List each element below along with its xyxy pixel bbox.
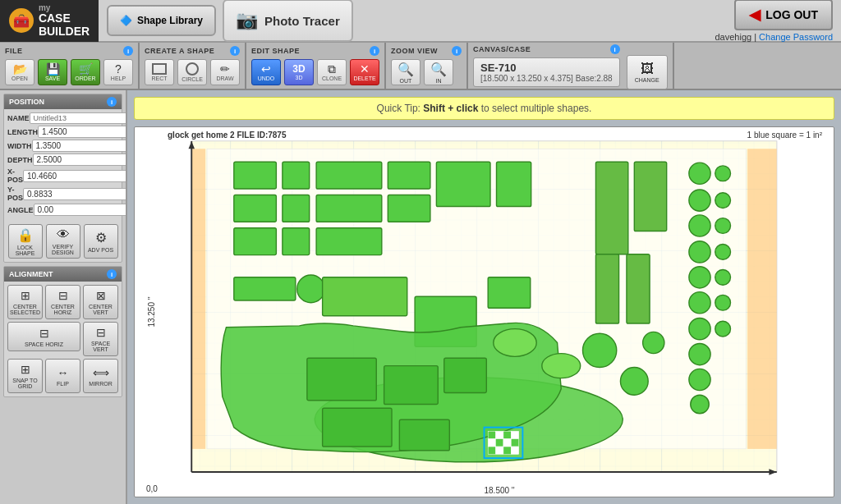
svg-point-26 [715, 193, 731, 208]
user-info: davehigg | Change Password [715, 32, 833, 42]
alignment-panel: ALIGNMENT i ⊞ CENTER SELECTED ⊟ CENTER H… [3, 266, 122, 397]
space-vert-icon: ⊟ [96, 326, 106, 339]
zoom-info-icon[interactable]: i [452, 46, 462, 56]
edit-section-title: EDIT SHAPE [251, 47, 300, 55]
order-button[interactable]: 🛒 ORDER [71, 59, 100, 85]
order-icon: 🛒 [79, 63, 93, 75]
alignment-grid: ⊞ CENTER SELECTED ⊟ CENTER HORIZ ⊠ CENTE… [4, 282, 122, 396]
draw-button[interactable]: ✏ DRAW [210, 59, 240, 85]
verify-design-button[interactable]: 👁 VERIFY DESIGN [46, 224, 80, 259]
svg-rect-68 [503, 447, 511, 454]
mirror-button[interactable]: ⟺ MIRROR [83, 359, 118, 393]
depth-field[interactable] [33, 153, 127, 166]
position-info-icon[interactable]: i [107, 97, 117, 107]
zoom-out-icon: 🔍 [398, 62, 414, 77]
create-info-icon[interactable]: i [230, 46, 240, 56]
svg-rect-61 [511, 431, 518, 438]
adv-pos-button[interactable]: ⚙ ADV POS [84, 224, 118, 259]
x-axis-label: 18.500 '' [485, 486, 515, 495]
edit-info-icon[interactable]: i [370, 46, 379, 56]
svg-rect-13 [497, 162, 531, 206]
3d-button[interactable]: 3D 3D [284, 59, 314, 85]
canvas-wrapper[interactable]: glock get home 2 FILE ID:7875 1 blue squ… [134, 126, 834, 497]
circle-button[interactable]: CIRCLE [177, 59, 207, 85]
svg-point-36 [715, 321, 731, 337]
svg-rect-46 [384, 366, 439, 405]
logo-builder: BUILDER [39, 25, 90, 38]
logout-button[interactable]: ◀ LOG OUT [734, 0, 833, 30]
center-selected-button[interactable]: ⊞ CENTER SELECTED [7, 285, 43, 319]
svg-point-30 [715, 245, 731, 260]
center-horiz-icon: ⊟ [58, 289, 68, 302]
canvas-svg[interactable] [135, 127, 834, 497]
center-vert-icon: ⊠ [96, 289, 106, 302]
svg-rect-58 [488, 431, 495, 438]
canvas-section-title: CANVAS/CASE [473, 45, 531, 53]
center-vert-button[interactable]: ⊠ CENTER VERT [83, 285, 118, 319]
rect-button[interactable]: RECT [145, 59, 174, 85]
shape-library-icon: 🔷 [120, 15, 132, 26]
space-vert-button[interactable]: ⊟ SPACE VERT [83, 322, 118, 356]
svg-rect-22 [316, 228, 382, 255]
position-panel-header: POSITION i [4, 94, 122, 109]
clone-button[interactable]: ⧉ CLONE [317, 59, 347, 85]
svg-rect-56 [323, 408, 392, 447]
draw-icon: ✏ [220, 63, 230, 75]
open-button[interactable]: 📂 OPEN [5, 59, 34, 85]
angle-row: ANGLE [7, 204, 118, 216]
help-button[interactable]: ? HELP [103, 59, 133, 85]
zoom-out-button[interactable]: 🔍 OUT [391, 59, 420, 85]
ypos-field[interactable] [23, 188, 127, 200]
svg-rect-11 [388, 162, 430, 189]
space-horiz-button[interactable]: ⊟ SPACE HORIZ [7, 322, 80, 351]
svg-rect-54 [627, 254, 650, 323]
file-section: FILE i 📂 OPEN 💾 SAVE 🛒 ORDER ? HELP [0, 43, 140, 89]
xpos-field[interactable] [23, 170, 127, 182]
open-icon: 📂 [13, 63, 27, 75]
lock-shape-button[interactable]: 🔒 LOCK SHAPE [8, 224, 43, 259]
clone-icon: ⧉ [328, 63, 336, 75]
gear-icon: ⚙ [95, 230, 107, 245]
svg-rect-17 [283, 195, 310, 222]
change-button[interactable]: 🖼 CHANGE [627, 55, 668, 89]
svg-point-37 [689, 343, 710, 364]
width-field[interactable] [32, 140, 128, 152]
action-buttons: 🔒 LOCK SHAPE 👁 VERIFY DESIGN ⚙ ADV POS [4, 221, 122, 262]
canvas-area: Quick Tip: Shift + click to select multi… [127, 90, 841, 504]
logout-icon: ◀ [749, 6, 761, 24]
svg-point-50 [583, 333, 617, 367]
zoom-in-button[interactable]: 🔍 IN [424, 59, 453, 85]
svg-rect-55 [399, 419, 449, 451]
file-info-icon[interactable]: i [123, 46, 133, 56]
width-row: WIDTH [7, 140, 118, 152]
svg-rect-62 [488, 439, 495, 447]
canvas-info-icon[interactable]: i [610, 44, 620, 54]
angle-field[interactable] [34, 204, 128, 216]
svg-rect-19 [388, 195, 430, 222]
eye-icon: 👁 [57, 227, 70, 242]
name-field[interactable] [30, 112, 128, 124]
photo-tracer-button[interactable]: 📷 Photo Tracer [223, 0, 353, 42]
save-button[interactable]: 💾 SAVE [38, 59, 67, 85]
photo-tracer-label: Photo Tracer [264, 14, 340, 28]
create-shape-section: CREATE A SHAPE i RECT CIRCLE ✏ DRAW [140, 43, 246, 89]
shape-library-button[interactable]: 🔷 Shape Library [107, 5, 216, 36]
header: 🧰 my CASE BUILDER 🔷 Shape Library 📷 Phot… [0, 0, 841, 43]
delete-button[interactable]: ✕ DELETE [350, 59, 379, 85]
undo-button[interactable]: ↩ UNDO [251, 59, 281, 85]
zoom-section-title: ZOOM VIEW [391, 47, 438, 55]
length-field[interactable] [38, 126, 127, 138]
alignment-info-icon[interactable]: i [107, 269, 117, 279]
flip-button[interactable]: ↔ FLIP [45, 359, 80, 393]
main: POSITION i NAME LENGTH WIDTH DEPTH [0, 90, 841, 504]
center-horiz-button[interactable]: ⊟ CENTER HORIZ [45, 285, 80, 319]
snap-to-grid-button[interactable]: ⊞ SNAP TO GRID [7, 359, 43, 393]
svg-point-49 [542, 354, 581, 378]
svg-point-35 [689, 318, 710, 340]
svg-rect-6 [747, 149, 777, 449]
3d-icon: 3D [292, 64, 305, 74]
svg-point-23 [689, 163, 710, 184]
svg-point-24 [715, 166, 731, 181]
rect-icon [152, 63, 167, 75]
change-password-link[interactable]: Change Password [759, 32, 833, 42]
